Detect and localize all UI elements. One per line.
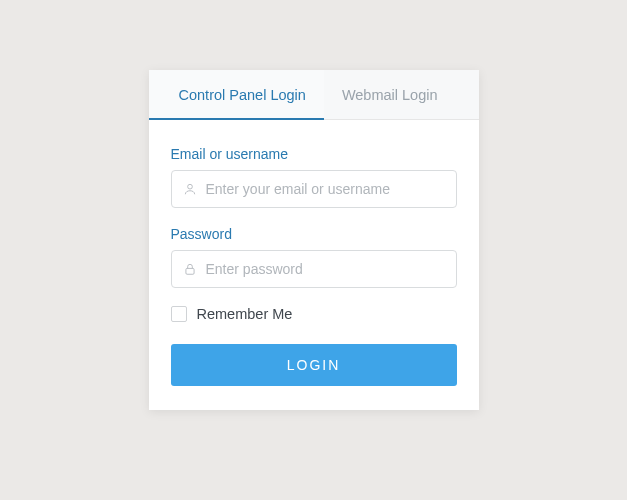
login-card: Control Panel Login Webmail Login Email … [149,70,479,410]
remember-label: Remember Me [197,306,293,322]
login-button[interactable]: LOGIN [171,344,457,386]
login-tabs: Control Panel Login Webmail Login [149,70,479,120]
email-input-wrap[interactable] [171,170,457,208]
svg-point-0 [187,184,192,189]
password-input-wrap[interactable] [171,250,457,288]
password-input[interactable] [198,261,446,277]
remember-checkbox[interactable] [171,306,187,322]
login-form: Email or username Password Remember Me L… [149,120,479,410]
user-icon [182,181,198,197]
tab-control-panel[interactable]: Control Panel Login [149,70,324,120]
password-label: Password [171,226,457,242]
tab-webmail[interactable]: Webmail Login [324,70,456,120]
lock-icon [182,261,198,277]
email-label: Email or username [171,146,457,162]
svg-rect-1 [185,268,193,274]
email-input[interactable] [198,181,446,197]
remember-row: Remember Me [171,306,457,322]
